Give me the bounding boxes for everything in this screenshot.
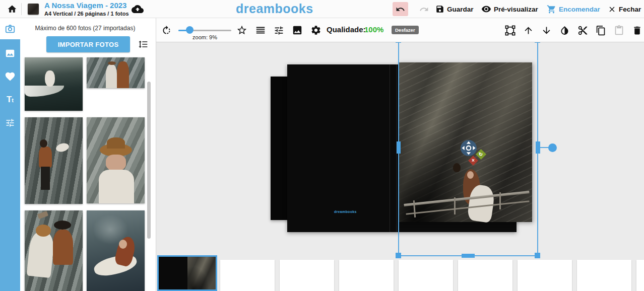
text-settings-icon[interactable] (273, 24, 285, 36)
redo-icon (419, 5, 429, 14)
selection-rotate-handle[interactable] (548, 143, 557, 152)
photo-fragment (54, 221, 71, 230)
page-thumb-spread-1[interactable] (220, 260, 275, 291)
camera-icon (5, 23, 16, 34)
tune-icon (5, 118, 15, 128)
topbar-divider (21, 3, 22, 15)
photo-fragment (25, 86, 64, 97)
cloud-sync-icon (131, 4, 144, 14)
photo-thumb-leaning-man[interactable] (25, 117, 83, 204)
page-thumb-spread-7[interactable] (577, 260, 631, 291)
page-thumb-cover-selected[interactable] (157, 255, 217, 291)
page-thumb-cover-photo (187, 257, 216, 289)
photo-fragment (55, 142, 70, 153)
text-tool-icon: Tt (7, 95, 14, 105)
photo-fragment (41, 167, 50, 190)
undo-icon (396, 5, 405, 14)
dreambooks-logo: dreambooks (236, 2, 311, 16)
zoom-level-label: zoom: 9% (178, 34, 231, 40)
selection-rotate-stem (539, 147, 549, 148)
quality-label: Qualidade: (327, 25, 366, 34)
page-thumb-spread-4[interactable] (399, 260, 453, 291)
spine-guide-line (390, 64, 390, 232)
photo-fragment (453, 163, 461, 172)
photo-thumb-selfie-couple[interactable] (25, 210, 83, 291)
photo-fragment (117, 61, 129, 88)
photos-limit-text: Máximo de 600 fotos (27 importadas) (20, 25, 150, 32)
image-frame-icon (5, 48, 16, 59)
layout-lines-icon[interactable] (254, 24, 267, 36)
selection-handle-bottom-mid[interactable] (462, 254, 475, 258)
settings-gear-icon[interactable] (310, 24, 322, 36)
move-down-arrow-icon[interactable] (540, 24, 552, 36)
photo-thumb-woman-hat[interactable] (87, 117, 145, 203)
preview-button[interactable]: Pré-visualizar (481, 0, 538, 18)
selection-handle-right-mid[interactable] (536, 141, 540, 154)
rail-item-text[interactable]: Tt (0, 89, 20, 111)
image-fill-icon[interactable] (291, 24, 303, 36)
photo-fragment (40, 139, 47, 148)
contrast-drop-icon[interactable] (558, 24, 570, 36)
page-thumb-cover-back (159, 257, 187, 289)
undo-tooltip: Desfazer (392, 26, 419, 34)
page-thumb-spread-6[interactable] (518, 260, 572, 291)
photo-fragment (119, 240, 127, 249)
page-thumb-spread-5[interactable] (458, 260, 512, 291)
selection-handle-left-mid[interactable] (397, 141, 401, 154)
eye-icon (481, 4, 491, 14)
rail-item-favorites[interactable] (0, 65, 20, 88)
project-title: A Nossa Viagem - 2023 (44, 2, 129, 10)
sort-photos-icon[interactable] (138, 39, 148, 49)
topbar: A Nossa Viagem - 2023 A4 Vertical / 26 p… (0, 0, 644, 18)
import-photos-button[interactable]: IMPORTAR FOTOS (46, 36, 130, 52)
selection-handle-bottom-right[interactable] (535, 253, 540, 258)
page-thumb-spread-2[interactable] (280, 260, 334, 291)
close-icon (608, 5, 616, 14)
rotate-page-icon[interactable] (160, 24, 172, 36)
photo-fragment (45, 70, 55, 87)
paste-icon-disabled[interactable] (613, 24, 625, 36)
save-button[interactable]: Guardar (435, 0, 474, 18)
scissors-icon[interactable] (576, 24, 589, 36)
move-up-arrow-icon[interactable] (522, 24, 534, 36)
cart-icon (547, 5, 556, 14)
page-thumb-spread-8[interactable] (636, 260, 644, 291)
project-thumbnail[interactable] (28, 4, 39, 15)
copy-icon[interactable] (595, 24, 607, 36)
order-label: Encomendar (559, 6, 600, 13)
undo-button[interactable] (393, 2, 408, 16)
close-button[interactable]: Fechar (608, 0, 641, 18)
home-icon (7, 4, 17, 14)
photo-fragment (108, 61, 116, 65)
photo-fragment (107, 137, 125, 149)
photos-scrollbar-thumb[interactable] (147, 82, 151, 239)
rail-item-layouts[interactable] (0, 42, 20, 64)
photos-panel: Máximo de 600 fotos (27 importadas) IMPO… (20, 18, 156, 291)
move-pad-control[interactable] (460, 139, 477, 157)
photo-fragment (26, 231, 55, 278)
selection-handle-bottom-left[interactable] (396, 253, 401, 258)
rail-item-settings[interactable] (0, 112, 20, 134)
home-button[interactable] (4, 0, 20, 18)
favorite-star-icon[interactable] (236, 24, 248, 36)
page-thumb-spread-3[interactable] (339, 260, 394, 291)
project-info: A Nossa Viagem - 2023 A4 Vertical / 26 p… (44, 2, 129, 17)
cover-dreambooks-logo: dreambooks (334, 210, 355, 213)
photo-fragment (106, 155, 126, 171)
photo-fragment (53, 230, 73, 265)
photo-fragment (499, 192, 501, 209)
rail-item-photos-active[interactable] (0, 18, 20, 39)
order-button[interactable]: Encomendar (547, 0, 600, 18)
photo-thumb-redhead-lake[interactable] (87, 210, 145, 291)
photo-thumb-couple-standing[interactable] (87, 57, 145, 88)
redo-button[interactable] (416, 2, 432, 16)
zoom-slider-knob[interactable] (186, 26, 194, 34)
save-icon (435, 5, 444, 14)
save-label: Guardar (447, 6, 474, 13)
trash-icon[interactable] (631, 24, 643, 36)
photo-thumb-boat-couple[interactable] (25, 57, 83, 111)
photo-fragment (467, 171, 474, 179)
photo-fragment (106, 64, 117, 88)
transform-frame-icon[interactable] (504, 24, 516, 36)
photo-fragment (37, 211, 48, 219)
